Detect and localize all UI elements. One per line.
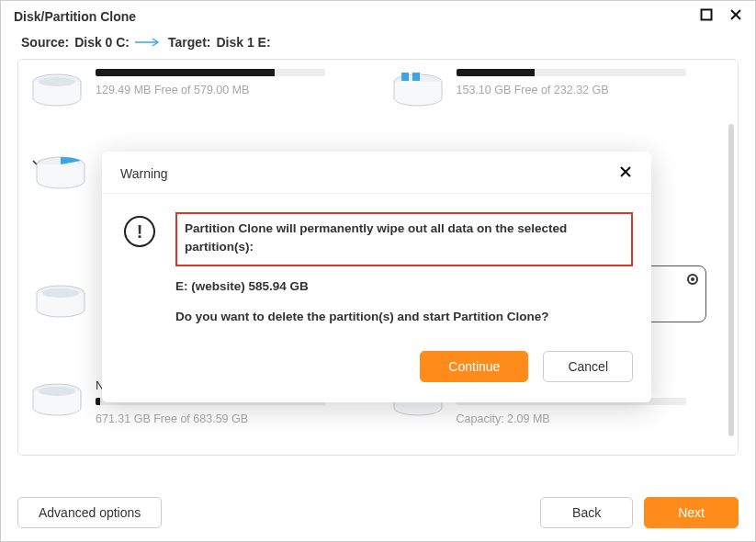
scrollbar[interactable]: [728, 124, 734, 436]
disk-icon: [392, 73, 444, 111]
confirm-question-text: Do you want to delete the partition(s) a…: [175, 310, 633, 323]
disk-icon: [35, 284, 86, 322]
target-value: Disk 1 E:: [216, 35, 270, 50]
svg-point-5: [39, 77, 75, 86]
usage-text: 671.31 GB Free of 683.59 GB: [96, 412, 365, 425]
footer-bar: Advanced options Back Next: [17, 497, 739, 528]
target-selection-card[interactable]: [642, 265, 706, 322]
back-button[interactable]: Back: [540, 497, 633, 528]
dialog-close-icon[interactable]: [618, 164, 633, 182]
target-label: Target:: [168, 35, 210, 50]
svg-rect-8: [412, 73, 420, 81]
usage-text: 129.49 MB Free of 579.00 MB: [96, 84, 365, 96]
svg-point-11: [42, 288, 79, 298]
disk-icon: [31, 382, 83, 421]
continue-button[interactable]: Continue: [420, 351, 528, 382]
usage-text: Capacity: 2.09 MB: [457, 412, 726, 425]
warning-icon: !: [124, 216, 155, 247]
dialog-header: Warning: [102, 152, 651, 194]
arrow-icon: [135, 35, 163, 50]
usage-bar: [96, 69, 325, 76]
usage-text: 153.10 GB Free of 232.32 GB: [457, 84, 726, 96]
partition-card[interactable]: 153.10 GB Free of 232.32 GB: [392, 69, 726, 111]
disk-icon: [31, 73, 83, 111]
partition-card[interactable]: 129.49 MB Free of 579.00 MB: [31, 69, 365, 111]
svg-rect-0: [702, 10, 712, 20]
window-controls: [700, 8, 742, 24]
partition-row: 129.49 MB Free of 579.00 MB 153.10 GB Fr…: [31, 69, 725, 111]
window-title: Disk/Partition Clone: [14, 9, 136, 24]
source-value: Disk 0 C:: [74, 35, 130, 50]
affected-partition-text: E: (website) 585.94 GB: [175, 279, 633, 293]
dialog-footer: Continue Cancel: [102, 342, 651, 402]
advanced-options-button[interactable]: Advanced options: [17, 497, 162, 528]
close-icon[interactable]: [729, 8, 742, 24]
source-target-header: Source: Disk 0 C: Target: Disk 1 E:: [1, 29, 755, 59]
source-label: Source:: [21, 35, 69, 50]
warning-callout: Partition Clone will permanently wipe ou…: [175, 212, 633, 266]
usage-bar: [457, 69, 686, 76]
titlebar: Disk/Partition Clone: [1, 1, 755, 29]
svg-point-13: [39, 387, 75, 396]
cancel-button[interactable]: Cancel: [543, 351, 633, 382]
next-button[interactable]: Next: [644, 497, 739, 528]
partition-card[interactable]: [35, 280, 86, 322]
maximize-icon[interactable]: [700, 8, 713, 24]
svg-rect-7: [401, 73, 409, 81]
radio-selected-icon: [687, 274, 698, 285]
dialog-title: Warning: [120, 166, 168, 181]
warning-dialog: Warning ! Partition Clone will permanent…: [102, 152, 651, 402]
disk-icon: [35, 155, 86, 197]
